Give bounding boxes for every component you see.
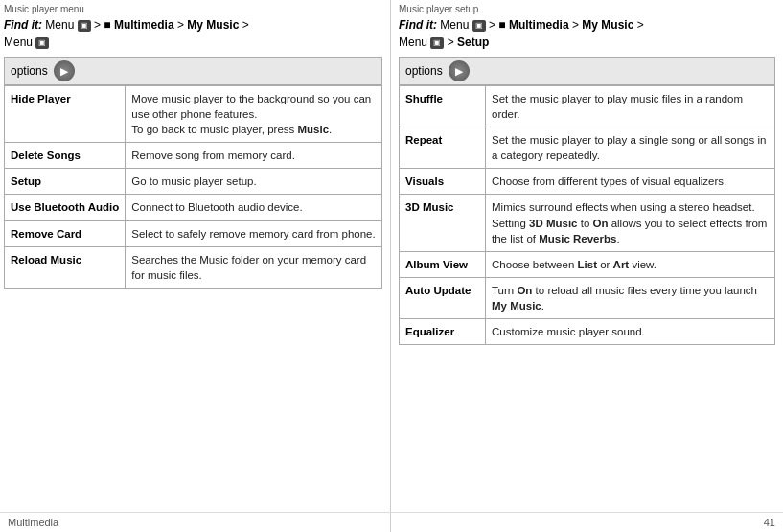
row-label: Delete Songs [5, 143, 126, 169]
row-label: Repeat [400, 127, 486, 169]
footer-right: 41 [764, 517, 775, 528]
row-desc: Choose between List or Art view. [486, 251, 775, 277]
table-row: Auto Update Turn On to reload all music … [400, 277, 775, 318]
right-options-icon: ▶ [449, 60, 470, 81]
row-label: Shuffle [400, 86, 486, 127]
left-panel: Music player menu Find it: Menu ▣ > ■ Mu… [0, 0, 391, 532]
footer-left: Multimedia [8, 517, 58, 528]
table-row: Remove Card Select to safely remove memo… [5, 220, 382, 246]
row-label: Album View [400, 251, 486, 277]
row-desc: Remove song from memory card. [126, 143, 382, 169]
row-desc: Searches the Music folder on your memory… [126, 246, 382, 288]
left-options-bar: options ▶ [4, 57, 382, 85]
left-menu-icon1: ▣ [78, 20, 91, 32]
row-desc: Set the music player to play music files… [486, 86, 775, 127]
table-row: 3D Music Mimics surround effects when us… [400, 195, 775, 251]
right-panel: Music player setup Find it: Menu ▣ > ■ M… [391, 0, 783, 532]
left-mymusic: My Music [187, 18, 239, 32]
right-mymusic: My Music [582, 18, 633, 32]
row-desc: Connect to Bluetooth audio device. [126, 195, 382, 220]
table-row: Use Bluetooth Audio Connect to Bluetooth… [5, 195, 382, 220]
row-desc: Go to music player setup. [126, 169, 382, 195]
right-find-it: Find it: Menu ▣ > ■ Multimedia > My Musi… [399, 16, 775, 51]
row-label: Visuals [400, 169, 486, 195]
footer-bar: Multimedia 41 [0, 512, 783, 532]
row-label: Hide Player [5, 86, 126, 143]
left-section-label: Music player menu [4, 4, 382, 14]
row-desc: Choose from different types of visual eq… [486, 169, 775, 195]
left-menu-icon2: ▣ [35, 37, 49, 49]
left-menu-table: Hide Player Move music player to the bac… [4, 85, 382, 289]
row-desc: Move music player to the background so y… [126, 86, 382, 143]
row-desc: Mimics surround effects when using a ste… [486, 195, 775, 251]
left-options-label: options [11, 64, 48, 78]
table-row: Hide Player Move music player to the bac… [5, 86, 382, 143]
right-find-label: Find it: [399, 18, 437, 32]
row-label: 3D Music [400, 195, 486, 251]
table-row: Setup Go to music player setup. [5, 169, 382, 195]
left-find-it: Find it: Menu ▣ > ■ Multimedia > My Musi… [4, 16, 382, 51]
table-row: Album View Choose between List or Art vi… [400, 251, 775, 277]
row-desc: Select to safely remove memory card from… [126, 220, 382, 246]
right-section-label: Music player setup [399, 4, 775, 14]
table-row: Reload Music Searches the Music folder o… [5, 246, 382, 288]
row-label: Reload Music [5, 246, 126, 288]
right-setup: Setup [457, 35, 489, 49]
right-menu-icon1: ▣ [472, 20, 486, 32]
row-label: Use Bluetooth Audio [5, 195, 126, 220]
row-label: Equalizer [400, 319, 486, 345]
right-options-bar: options ▶ [399, 57, 775, 85]
row-desc: Turn On to reload all music files every … [486, 277, 775, 318]
right-multimedia: ■ Multimedia [498, 18, 568, 32]
row-label: Setup [5, 169, 126, 195]
row-label: Remove Card [5, 220, 126, 246]
right-options-label: options [405, 64, 443, 78]
row-desc: Set the music player to play a single so… [486, 127, 775, 169]
row-desc: Customize music player sound. [486, 319, 775, 345]
left-multimedia: ■ Multimedia [104, 18, 173, 32]
table-row: Equalizer Customize music player sound. [400, 319, 775, 345]
table-row: Visuals Choose from different types of v… [400, 169, 775, 195]
right-menu-table: Shuffle Set the music player to play mus… [399, 85, 775, 345]
right-menu-icon2: ▣ [430, 37, 444, 49]
row-label: Auto Update [400, 277, 486, 318]
left-options-icon: ▶ [54, 60, 75, 81]
page-container: Music player menu Find it: Menu ▣ > ■ Mu… [0, 0, 783, 532]
left-find-label: Find it: [4, 18, 42, 32]
table-row: Repeat Set the music player to play a si… [400, 127, 775, 169]
table-row: Shuffle Set the music player to play mus… [400, 86, 775, 127]
table-row: Delete Songs Remove song from memory car… [5, 143, 382, 169]
